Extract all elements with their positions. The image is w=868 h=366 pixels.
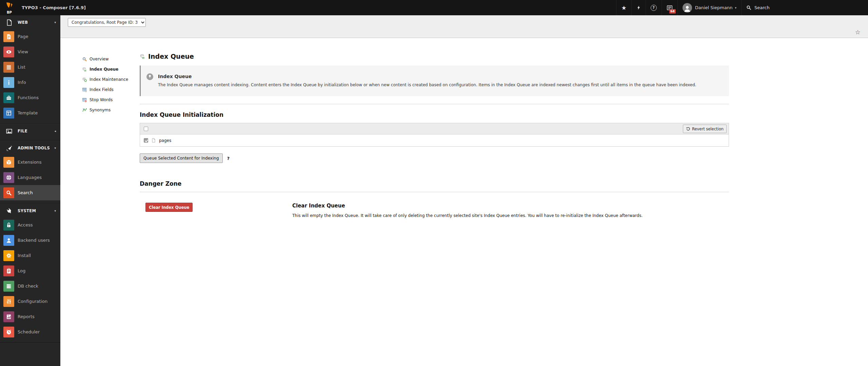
queue-action-row: Queue Selected Content for Indexing ?: [140, 153, 729, 163]
sidebar-item-label: View: [18, 49, 28, 54]
sidebar-item-functions[interactable]: Functions: [0, 90, 60, 105]
app-title: TYPO3 - Composer [7.6.9]: [22, 5, 86, 10]
queue-selected-button[interactable]: Queue Selected Content for Indexing: [140, 153, 223, 163]
bookmark-star-icon[interactable]: ☆: [855, 29, 861, 36]
page-icon: [3, 31, 14, 42]
username: Daniel Siepmann: [695, 5, 733, 10]
row-label: pages: [159, 138, 171, 143]
user-menu[interactable]: Daniel Siepmann ▾: [677, 0, 741, 15]
help-question-mark[interactable]: ?: [227, 156, 230, 161]
page-title-text: Index Queue: [148, 53, 194, 60]
tab-label: Index Queue: [90, 67, 118, 72]
sidebar-item-scheduler[interactable]: Scheduler: [0, 324, 60, 340]
image-icon: [5, 128, 13, 134]
tab-index-maintenance[interactable]: Index Maintenance: [82, 74, 141, 85]
tab-overview[interactable]: Overview: [82, 54, 141, 64]
chart-icon: [3, 311, 14, 322]
module-body: Overview Index Queue Index Maintenance I…: [60, 38, 868, 366]
tab-label: Index Fields: [90, 87, 114, 92]
sidebar-item-access[interactable]: Access: [0, 217, 60, 233]
index-fields-icon: [82, 87, 87, 92]
user-icon: [3, 235, 14, 246]
sidebar-item-label: Info: [18, 80, 26, 85]
tab-label: Overview: [90, 57, 109, 61]
module-group-header-web[interactable]: WEB ▾: [0, 16, 60, 29]
sidebar-item-languages[interactable]: Languages: [0, 170, 60, 185]
help-button[interactable]: ?: [646, 0, 662, 15]
root-page-select[interactable]: Congratulations, Root Page ID: 3: [68, 18, 146, 27]
init-table: Revert selection pages: [140, 123, 729, 147]
topbar: BP TYPO3 - Composer [7.6.9] ★ ? 64 Danie…: [0, 0, 868, 15]
sidebar-item-backend-users[interactable]: Backend users: [0, 233, 60, 248]
tab-stop-words[interactable]: Stop Words: [82, 95, 141, 105]
tab-synonyms[interactable]: Synonyms: [82, 105, 141, 115]
sidebar-item-log[interactable]: Log: [0, 263, 60, 278]
sidebar-item-label: Languages: [18, 175, 42, 180]
page-title: Index Queue: [140, 53, 729, 60]
docheader: Congratulations, Root Page ID: 3 ☆: [60, 15, 868, 38]
module-group-file: FILE ◂: [0, 124, 60, 141]
notifications-button[interactable]: 64: [662, 0, 677, 15]
module-menu: WEB ▾ Page View List Info: [0, 15, 60, 366]
pages-checkbox[interactable]: [144, 138, 148, 143]
plug-icon: [5, 208, 13, 214]
tab-index-fields[interactable]: Index Fields: [82, 85, 141, 95]
select-all-checkbox[interactable]: [144, 127, 148, 131]
logo-bp-text: BP: [7, 11, 12, 14]
search-toolbar-item[interactable]: Search: [741, 0, 868, 15]
danger-description-column: Clear Index Queue This will empty the In…: [292, 203, 643, 218]
sidebar-item-template[interactable]: Template: [0, 105, 60, 121]
divider: [140, 104, 729, 104]
module-group-header-admin-tools[interactable]: ADMIN TOOLS ▾: [0, 142, 60, 154]
sidebar-item-install[interactable]: Install: [0, 248, 60, 263]
tab-label: Stop Words: [90, 97, 113, 102]
clear-index-queue-button[interactable]: Clear Index Queue: [145, 203, 193, 212]
module-group-admin-tools: ADMIN TOOLS ▾ Extensions Languages Searc…: [0, 141, 60, 203]
init-table-header: Revert selection: [140, 123, 729, 134]
revert-button-label: Revert selection: [692, 127, 724, 131]
globe-icon: [3, 172, 14, 183]
clear-cache-button[interactable]: [631, 0, 646, 15]
sidebar-item-reports[interactable]: Reports: [0, 309, 60, 324]
sidebar-item-list[interactable]: List: [0, 59, 60, 75]
sidebar-item-page[interactable]: Page: [0, 29, 60, 44]
lightbulb-icon: [146, 73, 153, 80]
clock-icon: [3, 327, 14, 337]
sidebar-item-view[interactable]: View: [0, 44, 60, 59]
chevron-down-icon: ▾: [54, 209, 56, 213]
sidebar-item-configuration[interactable]: Configuration: [0, 294, 60, 309]
module-group-header-system[interactable]: SYSTEM ▾: [0, 204, 60, 217]
danger-zone-row: Clear Index Queue Clear Index Queue This…: [140, 203, 729, 218]
chevron-down-icon: ▾: [54, 146, 56, 150]
sidebar-item-extensions[interactable]: Extensions: [0, 154, 60, 170]
sidebar-item-info[interactable]: Info: [0, 75, 60, 90]
tab-index-queue[interactable]: Index Queue: [82, 64, 141, 74]
module-group-label: FILE: [18, 129, 27, 133]
module-group-system: SYSTEM ▾ Access Backend users Install: [0, 203, 60, 343]
revert-selection-button[interactable]: Revert selection: [683, 125, 727, 133]
revert-icon: [686, 127, 690, 131]
sidebar-item-search[interactable]: Search: [0, 185, 60, 200]
sidebar-item-db-check[interactable]: DB check: [0, 278, 60, 294]
sidebar-item-label: Scheduler: [18, 329, 40, 334]
table-row-pages: pages: [140, 134, 729, 146]
bolt-icon: [636, 5, 641, 11]
template-icon: [3, 108, 14, 118]
help-icon: ?: [651, 5, 657, 11]
typo3-logo-icon: [5, 2, 14, 11]
user-icon: [683, 4, 691, 13]
sidebar-item-label: Backend users: [18, 238, 50, 243]
module-group-header-file[interactable]: FILE ◂: [0, 125, 60, 138]
index-maintenance-icon: [82, 77, 87, 82]
search-module-icon: [3, 187, 14, 198]
typo3-logo[interactable]: BP: [0, 0, 20, 15]
page-document-icon: [151, 138, 156, 143]
callout-title: Index Queue: [158, 74, 696, 79]
bookmarks-button[interactable]: ★: [616, 0, 631, 15]
cube-icon: [3, 157, 14, 168]
database-icon: [3, 281, 14, 292]
clipboard-icon: [3, 266, 14, 276]
toolbox-icon: [3, 92, 14, 103]
sidebar-item-label: Configuration: [18, 299, 47, 304]
notification-badge: 64: [669, 9, 676, 14]
